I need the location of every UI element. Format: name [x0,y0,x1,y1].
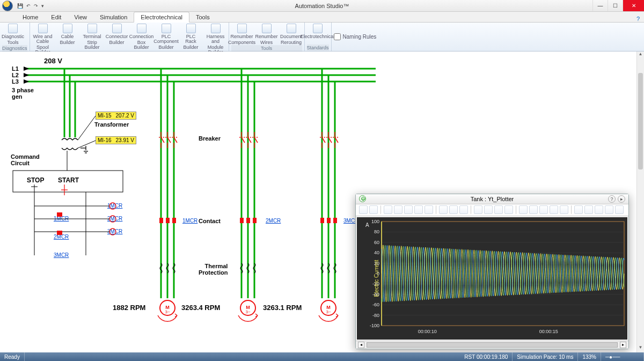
plot-scrollbar[interactable]: ◂ ▸ [356,341,628,349]
plotter-tool-button[interactable] [449,205,458,214]
plotter-tool-button[interactable] [394,205,402,214]
tab-simulation[interactable]: Simulation [93,12,134,22]
plotter-titlebar[interactable]: ⏻ Tank : Yt_Plotter ?▸ [356,194,628,204]
plotter-tool-button[interactable] [519,205,528,214]
ribbon-group-label: Diagnostics [2,45,27,51]
status-rst: RST 00:00:19.180 [460,352,513,361]
minimize-button[interactable]: — [592,0,608,11]
plotter-tool-button[interactable] [595,205,603,214]
qat-save-icon[interactable]: 💾 [17,3,23,9]
plotter-tool-button[interactable] [414,205,423,214]
status-zoom-slider[interactable]: ─●── [601,352,644,361]
svg-marker-11 [24,79,29,84]
scroll-down-icon[interactable]: ▼ [637,345,644,352]
plot-scroll-right-icon[interactable]: ▸ [620,342,626,348]
quick-access-toolbar[interactable]: 💾 ↶ ↷ ▾ [17,3,44,9]
plotter-tool-button[interactable] [474,205,482,214]
app-title: Automation Studio™ [295,3,349,9]
qat-more-icon[interactable]: ▾ [41,3,44,9]
tab-edit[interactable]: Edit [45,12,68,22]
close-button[interactable]: ✕ [623,0,644,11]
scroll-thumb[interactable] [638,73,643,170]
diagram-canvas[interactable]: 208 V L1 L2 L3 3 phase gen Transformer C… [0,51,644,352]
svg-text:80: 80 [374,229,379,234]
scroll-up-icon[interactable]: ▲ [637,51,644,59]
tab-home[interactable]: Home [16,12,45,22]
plotter-tool-button[interactable] [425,205,433,214]
tab-view[interactable]: View [68,12,93,22]
plotter-tool-button[interactable] [605,205,613,214]
ribbon-item-icon [38,24,48,33]
ribbon-item-icon [313,24,323,33]
title-bar: 💾 ↶ ↷ ▾ Automation Studio™ — ☐ ✕ [0,0,644,12]
svg-rect-21 [13,171,123,192]
ribbon-item[interactable]: Wire and CableSpool Builder [32,24,54,55]
naming-rules-toggle[interactable]: Naming Rules [332,23,379,51]
plotter-tool-button[interactable] [560,205,568,214]
plot-scroll-left-icon[interactable]: ◂ [358,342,364,348]
svg-text:00:00:10: 00:00:10 [418,329,437,334]
plotter-tool-button[interactable] [584,205,593,214]
plotter-tool-button[interactable] [404,205,413,214]
plotter-tool-button[interactable] [459,205,468,214]
ribbon-item[interactable]: PLC RackBuilder [180,24,202,50]
plotter-tool-button[interactable] [615,205,624,214]
ribbon-item-icon [8,24,18,33]
plotter-tool-button[interactable] [504,205,513,214]
plotter-power-icon[interactable]: ⏻ [359,195,366,202]
help-icon[interactable]: ? [636,16,640,22]
svg-text:100: 100 [371,219,379,224]
plotter-help-icon[interactable]: ? [608,195,616,203]
ribbon-item[interactable]: TerminalStrip Builder [82,24,103,50]
ribbon-item[interactable]: Electrotechnical [307,24,328,40]
plotter-expand-icon[interactable]: ▸ [618,195,625,203]
maximize-button[interactable]: ☐ [608,0,623,11]
plotter-tool-button[interactable] [484,205,493,214]
ribbon-item-icon [162,24,171,33]
ribbon-group: ElectrotechnicalStandards [305,23,332,51]
ribbon-item[interactable]: RenumberComponents [231,24,253,45]
status-pace: Simulation Pace: 10 ms [513,352,578,361]
status-zoom: 133% [578,352,601,361]
plotter-toolbar[interactable] [356,204,628,216]
plot-scroll-track[interactable] [367,342,618,348]
plot-area[interactable]: Electric Current -100-80-60-40-200204060… [357,217,627,340]
ribbon-item[interactable]: CableBuilder [57,24,78,45]
tab-electrotechnical[interactable]: Electrotechnical [134,12,189,23]
ribbon-item[interactable]: PLC ComponentBuilder [156,24,177,50]
ribbon-item[interactable]: ConnectorBuilder [106,24,128,45]
tab-tools[interactable]: Tools [189,12,216,22]
svg-line-19 [78,116,96,140]
plotter-tool-button[interactable] [369,205,378,214]
ribbon-item[interactable]: DocumentRerouting [281,24,302,45]
ribbon-tab-strip: Home Edit View Simulation Electrotechnic… [0,12,644,23]
ribbon-item[interactable]: ConnectionBox Builder [131,24,152,50]
ribbon-group: DiagnosticToolsDiagnostics [0,23,30,51]
plotter-tool-button[interactable] [539,205,548,214]
plotter-tool-button[interactable] [529,205,538,214]
status-ready: Ready [0,352,25,361]
ribbon-item-icon [87,24,97,33]
plotter-tool-button[interactable] [439,205,448,214]
ribbon-group-label: Standards [307,45,329,51]
plotter-window[interactable]: ⏻ Tank : Yt_Plotter ?▸ Electric Current … [355,194,629,349]
ribbon-panel: DiagnosticToolsDiagnosticsWire and Cable… [0,23,644,51]
ribbon-item-icon [262,24,272,33]
plotter-tool-button[interactable] [494,205,503,214]
plotter-tool-button[interactable] [550,205,558,214]
qat-redo-icon[interactable]: ↷ [34,3,38,9]
plotter-tool-button[interactable] [359,205,368,214]
svg-point-36 [109,216,116,222]
svg-marker-10 [24,73,29,77]
ribbon-item-icon [287,24,296,33]
qat-undo-icon[interactable]: ↶ [26,3,31,9]
ribbon-item[interactable]: DiagnosticTools [2,24,24,45]
canvas-vertical-scrollbar[interactable]: ▲ ▼ [636,51,644,352]
plotter-tool-button[interactable] [574,205,583,214]
plotter-tool-button[interactable] [384,205,392,214]
ribbon-item[interactable]: RenumberWires [256,24,277,45]
ribbon-item[interactable]: Harness andModule Builder [205,24,226,55]
svg-rect-33 [57,212,62,217]
ribbon-item-icon [137,24,147,33]
ribbon-item-icon [63,24,72,33]
